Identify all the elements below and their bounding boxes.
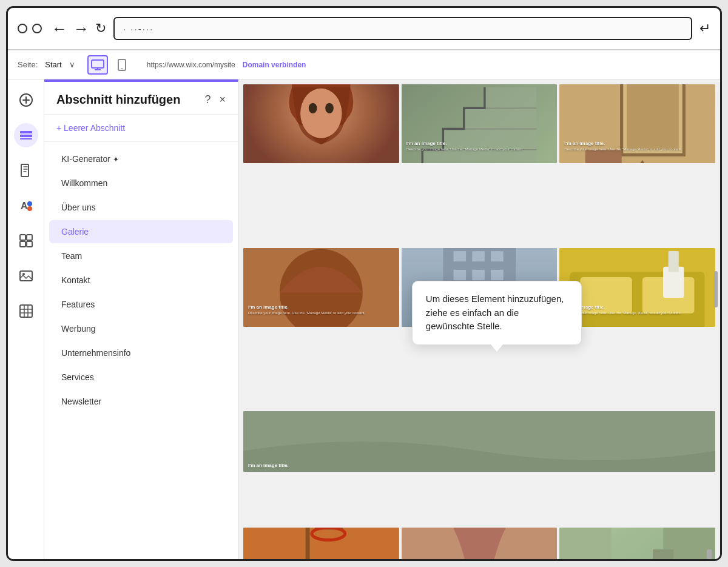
device-icons: [87, 55, 132, 75]
wix-url: https://www.wix.com/mysite: [147, 61, 235, 69]
browser-frame: ← → ↻ ↵ Seite: Start ∨ https:/: [6, 6, 722, 561]
seite-label: Seite:: [18, 60, 38, 69]
svg-rect-27: [585, 150, 622, 163]
cell-label-4: I'm an image title. Describe your Image …: [248, 304, 365, 315]
svg-rect-5: [20, 135, 32, 137]
svg-rect-47: [669, 251, 679, 272]
address-bar[interactable]: [113, 17, 692, 40]
svg-rect-13: [20, 241, 25, 247]
forward-button[interactable]: →: [73, 21, 89, 36]
menu-item-galerie[interactable]: Galerie: [49, 220, 233, 243]
menu-item-werbung[interactable]: Werbung: [49, 317, 233, 340]
sidebar-sections-icon[interactable]: [14, 123, 38, 147]
panel-header-icons: ? ×: [204, 93, 226, 106]
close-icon[interactable]: ×: [219, 93, 226, 106]
domain-connect-button[interactable]: Domain verbinden: [243, 61, 306, 69]
seite-value: Start: [45, 60, 61, 69]
gallery-area: I'm an image title. Describe your Image …: [238, 79, 720, 559]
tooltip-box: Um dieses Element hinzuzufügen, ziehe es…: [412, 281, 582, 345]
sidebar-theme-icon[interactable]: A: [14, 193, 38, 218]
gallery-cell-8[interactable]: [243, 528, 399, 559]
svg-rect-35: [453, 270, 466, 280]
svg-text:A: A: [21, 201, 28, 211]
svg-rect-14: [27, 241, 32, 247]
menu-item-newsletter[interactable]: Newsletter: [49, 390, 233, 413]
svg-point-2: [121, 68, 123, 69]
svg-rect-11: [20, 235, 25, 240]
svg-rect-6: [20, 138, 32, 139]
panel-title: Abschnitt hinzufügen: [56, 93, 180, 107]
sidebar-table-icon[interactable]: [14, 299, 38, 323]
tooltip-text: Um dieses Element hinzuzufügen, ziehe es…: [426, 292, 568, 334]
svg-point-10: [27, 201, 32, 206]
svg-rect-7: [21, 164, 29, 176]
svg-rect-59: [559, 528, 612, 559]
empty-section-button[interactable]: + Leerer Abschnitt: [44, 115, 238, 142]
svg-point-9: [27, 206, 32, 211]
gallery-cell-9[interactable]: [402, 528, 558, 559]
svg-rect-32: [453, 251, 466, 261]
enter-button[interactable]: ↵: [699, 21, 710, 36]
gallery-cell-4[interactable]: I'm an image title. Describe your Image …: [243, 248, 399, 327]
gallery-cell-1[interactable]: [243, 84, 399, 163]
menu-item-willkommen[interactable]: Willkommen: [49, 172, 233, 195]
sidebar-add-icon[interactable]: [14, 88, 38, 112]
svg-rect-12: [27, 235, 32, 240]
svg-rect-49: [243, 528, 399, 559]
svg-rect-17: [20, 305, 32, 317]
menu-item-ueber-uns[interactable]: Über uns: [49, 196, 233, 219]
gallery-cell-2[interactable]: I'm an image title. Describe your Image …: [402, 84, 558, 163]
svg-rect-26: [627, 84, 679, 150]
svg-rect-34: [491, 251, 504, 261]
cell-label-2: I'm an image title. Describe your Image …: [406, 141, 524, 151]
help-icon[interactable]: ?: [204, 93, 211, 106]
menu-item-kontakt[interactable]: Kontakt: [49, 269, 233, 292]
back-button[interactable]: ←: [52, 21, 67, 36]
sidebar-apps-icon[interactable]: [14, 229, 38, 253]
menu-item-unternehmensinfo[interactable]: Unternehmensinfo: [49, 341, 233, 364]
add-section-panel: Abschnitt hinzufügen ? × + Leerer Abschn…: [44, 79, 238, 559]
menu-item-services[interactable]: Services: [49, 366, 233, 389]
section-menu: KI-Generator ✦ Willkommen Über uns Galer…: [44, 142, 238, 418]
browser-nav: ← → ↻: [52, 21, 106, 36]
traffic-light-1: [18, 24, 27, 33]
editor-body: A: [8, 79, 720, 559]
desktop-device-icon[interactable]: [87, 55, 108, 75]
panel-header: Abschnitt hinzufügen ? ×: [44, 82, 238, 115]
cell-label-3: I'm an image title. Describe your Image …: [564, 141, 681, 151]
svg-rect-63: [707, 549, 712, 559]
svg-point-21: [309, 103, 317, 113]
traffic-lights: [18, 24, 42, 33]
svg-rect-36: [472, 270, 485, 280]
gallery-scrollbar[interactable]: [714, 271, 718, 307]
svg-point-20: [300, 89, 342, 138]
svg-rect-33: [472, 251, 485, 261]
sidebar-media-icon[interactable]: [14, 264, 38, 288]
sidebar-pages-icon[interactable]: [14, 158, 38, 183]
menu-item-features[interactable]: Features: [49, 293, 233, 316]
gallery-cell-7[interactable]: I'm an image title.: [243, 411, 715, 472]
gallery-cell-10[interactable]: [559, 528, 715, 559]
wix-topbar: Seite: Start ∨ https://www.wix.com/mysit…: [8, 50, 720, 79]
menu-item-ki-generator[interactable]: KI-Generator ✦: [49, 147, 233, 170]
browser-toolbar: ← → ↻ ↵: [8, 8, 720, 50]
cell-label-7: I'm an image title.: [248, 463, 289, 468]
menu-item-team[interactable]: Team: [49, 244, 233, 267]
reload-button[interactable]: ↻: [95, 21, 106, 36]
traffic-light-2: [32, 24, 42, 33]
mobile-device-icon[interactable]: [112, 55, 132, 75]
page-dropdown[interactable]: ∨: [69, 60, 75, 69]
left-sidebar: A: [8, 79, 44, 559]
gallery-cell-3[interactable]: I'm an image title. Describe your Image …: [559, 84, 715, 163]
svg-point-22: [325, 103, 334, 113]
gallery-cell-6[interactable]: I'm an image title. Describe your Image …: [559, 248, 715, 327]
svg-rect-50: [306, 528, 310, 559]
svg-rect-4: [20, 131, 32, 133]
ai-badge: ✦: [113, 155, 119, 164]
cell-label-6: I'm an image title. Describe your Image …: [564, 304, 681, 315]
svg-rect-37: [491, 270, 504, 280]
svg-rect-0: [92, 60, 104, 68]
